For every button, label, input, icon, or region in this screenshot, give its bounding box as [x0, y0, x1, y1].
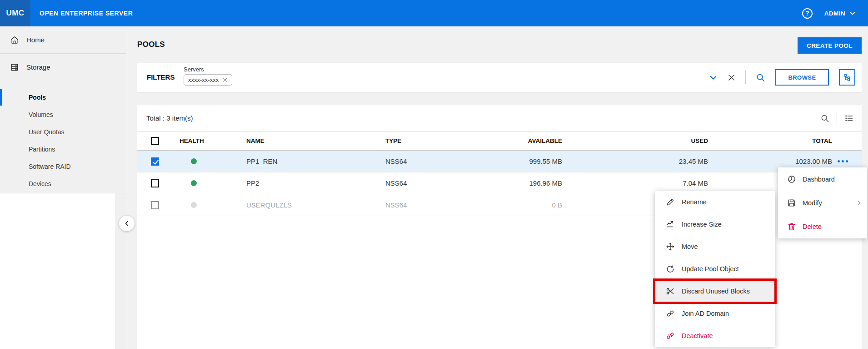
menu-item-dashboard[interactable]: Dashboard [778, 167, 867, 191]
filters-search-icon[interactable] [756, 73, 765, 82]
move-icon [666, 242, 675, 251]
sidebar-nav: Home Storage Pools Volumes User Quotas P… [0, 26, 126, 193]
pool-context-menu: Rename Increase Size Move Update Pool Ob… [655, 191, 775, 347]
menu-item-deactivate[interactable]: Deactivate [655, 324, 775, 347]
menu-item-label: Modify [803, 199, 822, 207]
pool-type: NSS64 [385, 201, 524, 209]
pool-available: 196.96 MB [524, 179, 562, 187]
pool-name: USERQULZLS [246, 201, 385, 209]
filters-expand-chevron-icon[interactable] [709, 73, 718, 82]
pool-name[interactable]: PP1_REN [246, 157, 385, 165]
chevron-right-icon [855, 199, 863, 207]
menu-item-increase-size[interactable]: Increase Size [655, 213, 775, 236]
chevron-down-icon [849, 10, 856, 17]
servers-filter-label: Servers [184, 66, 232, 73]
menu-item-move[interactable]: Move [655, 236, 775, 258]
sidebar-item-home[interactable]: Home [0, 26, 126, 53]
table-row[interactable]: PP1_REN NSS64 999.55 MB 23.45 MB 1023.00… [137, 151, 862, 172]
pool-used: 7.04 MB [562, 179, 708, 187]
menu-item-join-ad-domain[interactable]: Join AD Domain [655, 302, 775, 324]
storage-icon [10, 63, 19, 72]
column-header-name[interactable]: NAME [246, 137, 385, 144]
link-icon [666, 309, 675, 318]
help-icon[interactable]: ? [802, 8, 813, 19]
sidebar: Home Storage Pools Volumes User Quotas P… [0, 26, 126, 349]
pool-used: 23.45 MB [562, 157, 708, 165]
divider [745, 71, 746, 84]
column-header-available[interactable]: AVAILABLE [524, 137, 562, 144]
refresh-icon [666, 264, 675, 273]
pool-available: 999.55 MB [524, 157, 562, 165]
product-title: OPEN ENTERPRISE SERVER [40, 10, 133, 17]
pool-available: 0 B [524, 201, 562, 209]
chevron-left-icon [124, 220, 130, 227]
menu-item-label: Deactivate [682, 332, 713, 339]
column-header-used[interactable]: USED [562, 137, 708, 144]
pool-type: NSS64 [385, 179, 524, 187]
browse-button[interactable]: BROWSE [775, 69, 829, 86]
row-checkbox[interactable] [151, 157, 159, 166]
pool-name[interactable]: PP2 [246, 179, 385, 187]
table-search-icon[interactable] [820, 114, 829, 123]
menu-item-rename[interactable]: Rename [655, 191, 775, 213]
menu-item-update-pool-object[interactable]: Update Pool Object [655, 258, 775, 280]
user-menu[interactable]: ADMIN [824, 10, 856, 17]
chip-value: xxxx-xx-xxx [188, 76, 219, 83]
column-header-health[interactable]: HEALTH [177, 137, 246, 144]
filters-clear-icon[interactable] [728, 74, 735, 81]
menu-item-label: Move [682, 243, 698, 250]
menu-item-label: Increase Size [682, 221, 722, 228]
total-count: Total : 3 item(s) [146, 114, 193, 122]
row-checkbox[interactable] [151, 201, 159, 209]
menu-item-discard-unused-blocks[interactable]: Discard Unused Blocks [655, 280, 775, 302]
menu-item-label: Update Pool Object [682, 265, 739, 273]
servers-filter-group: Servers xxxx-xx-xxx [184, 66, 232, 86]
menu-item-label: Rename [682, 198, 707, 206]
health-status-icon [191, 202, 197, 208]
health-status-icon [191, 158, 197, 164]
sidebar-item-storage[interactable]: Storage [0, 54, 126, 81]
umc-logo[interactable]: UMC [0, 0, 30, 26]
pool-total: 1023.00 MB [708, 157, 832, 165]
divider [837, 111, 837, 125]
menu-item-modify[interactable]: Modify [778, 191, 867, 215]
tree-view-button[interactable] [839, 69, 855, 86]
sidebar-item-partitions[interactable]: Partitions [0, 141, 126, 158]
filters-label: FILTERS [147, 73, 175, 81]
menu-item-label: Discard Unused Blocks [682, 288, 750, 295]
column-header-type[interactable]: TYPE [385, 137, 524, 144]
sidebar-item-volumes[interactable]: Volumes [0, 106, 126, 123]
sidebar-item-devices[interactable]: Devices [0, 175, 126, 192]
modify-icon [787, 198, 796, 207]
list-settings-icon[interactable] [844, 114, 853, 123]
menu-item-label: Dashboard [803, 176, 835, 183]
row-actions-menu-icon[interactable] [838, 160, 862, 162]
scissors-icon [666, 287, 675, 296]
sidebar-item-user-quotas[interactable]: User Quotas [0, 123, 126, 141]
dashboard-icon [787, 175, 796, 184]
menu-item-delete[interactable]: Delete [778, 215, 867, 238]
broken-link-icon [666, 331, 675, 340]
sidebar-item-software-raid[interactable]: Software RAID [0, 158, 126, 175]
pool-type: NSS64 [385, 157, 524, 165]
health-status-icon [191, 180, 197, 186]
user-name: ADMIN [824, 10, 845, 17]
sidebar-item-pools[interactable]: Pools [0, 89, 126, 106]
increase-size-icon [666, 220, 675, 229]
sidebar-item-label: Storage [26, 63, 50, 71]
server-filter-chip[interactable]: xxxx-xx-xxx [184, 74, 232, 86]
home-icon [10, 35, 19, 45]
row-checkbox[interactable] [151, 179, 159, 187]
table-header-row: HEALTH NAME TYPE AVAILABLE USED TOTAL [137, 132, 862, 151]
sidebar-collapse-button[interactable] [119, 216, 135, 231]
create-pool-button[interactable]: CREATE POOL [798, 37, 862, 54]
menu-item-label: Delete [803, 223, 822, 230]
column-header-total[interactable]: TOTAL [708, 137, 832, 144]
tree-icon [843, 73, 851, 81]
storage-submenu: Pools Volumes User Quotas Partitions Sof… [0, 89, 126, 192]
page-title: POOLS [137, 40, 165, 49]
pencil-icon [666, 197, 675, 207]
chip-close-icon[interactable] [222, 77, 228, 83]
select-all-checkbox[interactable] [151, 137, 159, 145]
filters-bar: FILTERS Servers xxxx-xx-xxx BROWSE [137, 63, 862, 92]
